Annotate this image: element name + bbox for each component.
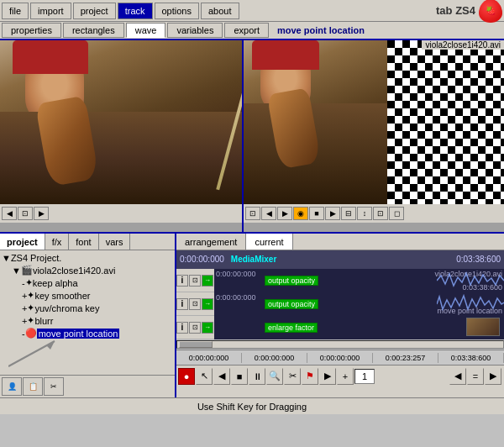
tab-rectangles[interactable]: rectangles xyxy=(63,23,124,38)
marker-btn[interactable]: ⚑ xyxy=(302,368,318,385)
track-1-pill[interactable]: output opacity xyxy=(265,276,318,286)
video-left-panel: ◀ ⊡ ▶ xyxy=(0,40,244,232)
track-3-btn3[interactable]: → xyxy=(202,322,213,334)
left-icon-3[interactable]: ✂ xyxy=(44,377,64,396)
tree-label-keysmoother[interactable]: key smoother xyxy=(34,291,90,301)
left-panel: project f/x font vars ▼ ZS4 Project. ▼ 🎬… xyxy=(0,234,176,397)
track-content-1: 0:00:00:000 viola2close1i420.avi 0:03:38… xyxy=(214,269,504,292)
tree-label-chromakey[interactable]: yuv/chroma key xyxy=(34,303,99,313)
track-content-2: 0:00:00:000 move point location output o… xyxy=(214,292,504,316)
scrollbar-track[interactable] xyxy=(176,340,504,349)
snapshot-btn[interactable]: ⊡ xyxy=(18,207,33,220)
rewind-btn[interactable]: ◀ xyxy=(213,368,230,385)
right-ctrl-7[interactable]: ⊟ xyxy=(341,207,356,220)
add-btn[interactable]: + xyxy=(337,368,354,385)
track-1-waveform xyxy=(437,269,504,292)
tree-label-blurr[interactable]: blurr xyxy=(34,316,53,326)
trim-btn[interactable]: ✂ xyxy=(284,368,301,385)
app-tab-label: tab ZS4 xyxy=(436,4,475,17)
track-0-start: 0:00:00:000 xyxy=(180,255,224,264)
right-ctrl-8[interactable]: ↕ xyxy=(357,207,372,220)
tab-variables[interactable]: variables xyxy=(167,23,223,38)
track-1-btn2[interactable]: ⊡ xyxy=(189,275,201,287)
tree-label-keepalpha[interactable]: keep alpha xyxy=(33,278,78,288)
tab-properties[interactable]: properties xyxy=(2,23,61,38)
track-3-info[interactable]: i xyxy=(176,322,188,334)
right-tab-arrangement[interactable]: arrangement xyxy=(176,234,246,250)
time-ruler: 0:00:00:000 0:00:00:000 0:00:00:000 0:00… xyxy=(176,350,504,365)
right-ctrl-10[interactable]: ◻ xyxy=(389,207,404,220)
nav-next-btn[interactable]: ▶ xyxy=(485,368,501,385)
track-1-start: 0:00:00:000 xyxy=(216,270,256,278)
left-tab-vars[interactable]: vars xyxy=(99,234,131,250)
track-3-pill[interactable]: enlarge factor xyxy=(265,323,318,333)
menu-file[interactable]: file xyxy=(2,3,29,19)
diagonal-arrow-area xyxy=(0,341,175,375)
right-stop-btn[interactable]: ■ xyxy=(309,207,324,220)
video-right-controls: ⊡ ◀ ▶ ◉ ■ ▶ ⊟ ↕ ⊡ ◻ xyxy=(244,204,504,223)
tab-export[interactable]: export xyxy=(224,23,269,38)
tab-current-title: move point location xyxy=(270,24,371,36)
track-row-1: i ⊡ → 0:00:00:000 viola2close1i420.avi 0… xyxy=(176,269,504,292)
tree-expand-avi[interactable]: ▼ xyxy=(12,266,21,276)
app-logo-area: tab ZS4 🍓 xyxy=(436,0,502,23)
track-1-btn3[interactable]: → xyxy=(202,275,213,287)
menu-bar: file import project track options about … xyxy=(0,0,504,22)
timeline-scrollbar[interactable] xyxy=(176,339,504,350)
svg-marker-1 xyxy=(46,341,55,350)
track-1-info[interactable]: i xyxy=(176,275,188,287)
counter-input[interactable] xyxy=(354,369,375,384)
track-content-0: 0:00:00:000 MediaMixer 0:03:38:600 xyxy=(176,250,504,269)
cursor-btn[interactable]: ↖ xyxy=(196,368,213,385)
tree-label-avi[interactable]: viola2close1i420.avi xyxy=(33,266,115,276)
zoom-btn[interactable]: 🔍 xyxy=(266,368,283,385)
track-2-start: 0:00:00:000 xyxy=(216,293,256,302)
tree-icon-blurr: ✦ xyxy=(27,315,34,326)
right-ff-btn[interactable]: ▶ xyxy=(325,207,340,220)
tree-item-chromakey: + ✦ yuv/chroma key xyxy=(2,302,173,314)
track-2-waveform xyxy=(437,292,504,316)
track-2-pill[interactable]: output opacity xyxy=(265,299,318,309)
track-2-info[interactable]: i xyxy=(176,298,188,310)
left-icon-2[interactable]: 📋 xyxy=(23,377,43,396)
video-right-panel: viola2close1i420.avi ⊡ ◀ ▶ ◉ ■ ▶ xyxy=(244,40,504,232)
left-tab-font[interactable]: font xyxy=(69,234,98,250)
track-content-3: enlarge factor xyxy=(214,316,504,339)
scrollbar-thumb[interactable] xyxy=(179,341,213,348)
menu-about[interactable]: about xyxy=(201,3,239,19)
left-icon-1[interactable]: 👤 xyxy=(2,377,22,396)
tree-icon-avi: 🎬 xyxy=(21,265,33,276)
track-0-label[interactable]: MediaMixer xyxy=(231,255,276,264)
track-2-btn2[interactable]: ⊡ xyxy=(189,298,201,310)
prev-frame-btn[interactable]: ◀ xyxy=(2,207,17,220)
right-marker-btn[interactable]: ◉ xyxy=(293,207,308,220)
left-tab-fx[interactable]: f/x xyxy=(45,234,70,250)
stop-btn[interactable]: ■ xyxy=(231,368,248,385)
go-marker-btn[interactable]: ▶ xyxy=(319,368,336,385)
video-left-canvas xyxy=(0,40,242,204)
menu-track[interactable]: track xyxy=(118,3,153,19)
right-ctrl-9[interactable]: ⊡ xyxy=(373,207,388,220)
right-play-btn[interactable]: ▶ xyxy=(277,207,292,220)
diagonal-arrow-icon xyxy=(8,337,59,371)
tab-wave[interactable]: wave xyxy=(126,23,166,38)
track-3-btn2[interactable]: ⊡ xyxy=(189,322,201,334)
tree-expand-root[interactable]: ▼ xyxy=(2,253,11,263)
right-tab-bar: arrangement current xyxy=(176,234,504,250)
menu-import[interactable]: import xyxy=(30,3,71,19)
nav-line-btn[interactable]: = xyxy=(467,368,484,385)
menu-options[interactable]: options xyxy=(155,3,199,19)
track-row-2: i ⊡ → 0:00:00:000 move point location ou… xyxy=(176,292,504,316)
nav-prev-btn[interactable]: ◀ xyxy=(449,368,466,385)
tree-item-root: ▼ ZS4 Project. xyxy=(2,252,173,264)
menu-project[interactable]: project xyxy=(73,3,116,19)
right-tab-current[interactable]: current xyxy=(246,234,292,250)
pause-btn[interactable]: ⏸ xyxy=(249,368,265,385)
left-tab-project[interactable]: project xyxy=(0,234,45,250)
record-btn[interactable]: ● xyxy=(178,368,195,385)
tree-label-root[interactable]: ZS4 Project. xyxy=(11,253,62,263)
next-frame-btn[interactable]: ▶ xyxy=(34,207,49,220)
track-2-btn3[interactable]: → xyxy=(202,298,213,310)
right-ctrl-1[interactable]: ⊡ xyxy=(245,207,260,220)
right-prev-btn[interactable]: ◀ xyxy=(261,207,276,220)
